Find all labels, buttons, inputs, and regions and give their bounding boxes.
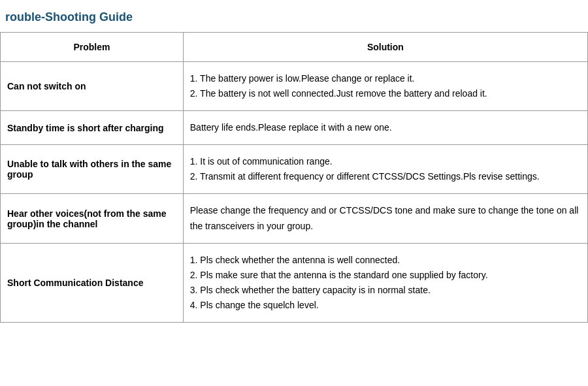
table-row: Short Communication Distance1. Pls check…	[1, 243, 588, 322]
page-container: rouble-Shooting Guide Problem Solution C…	[0, 0, 588, 386]
solution-cell-1: Battery life ends.Please replace it with…	[183, 111, 587, 145]
table-header-row: Problem Solution	[1, 33, 588, 62]
solution-cell-3: Please change the frequency and or CTCSS…	[183, 194, 587, 243]
problem-cell-4: Short Communication Distance	[1, 243, 184, 322]
problem-cell-2: Unable to talk with others in the same g…	[1, 145, 184, 194]
table-row: Unable to talk with others in the same g…	[1, 145, 588, 194]
table-row: Hear other voices(not from the same grou…	[1, 194, 588, 243]
page-title: rouble-Shooting Guide	[0, 7, 588, 29]
solution-cell-4: 1. Pls check whether the antenna is well…	[183, 243, 587, 322]
problem-cell-1: Standby time is short after charging	[1, 111, 184, 145]
problem-cell-3: Hear other voices(not from the same grou…	[1, 194, 184, 243]
table-row: Standby time is short after chargingBatt…	[1, 111, 588, 145]
solution-cell-0: 1. The battery power is low.Please chang…	[183, 62, 587, 111]
solution-text-4: 1. Pls check whether the antenna is well…	[190, 253, 581, 313]
trouble-table: Problem Solution Can not switch on1. The…	[0, 32, 588, 323]
problem-column-header: Problem	[1, 33, 184, 62]
solution-text-1: Battery life ends.Please replace it with…	[190, 120, 581, 135]
problem-cell-0: Can not switch on	[1, 62, 184, 111]
solution-text-2: 1. It is out of communication range.2. T…	[190, 154, 581, 184]
table-row: Can not switch on1. The battery power is…	[1, 62, 588, 111]
solution-column-header: Solution	[183, 33, 587, 62]
solution-text-0: 1. The battery power is low.Please chang…	[190, 71, 581, 101]
solution-cell-2: 1. It is out of communication range.2. T…	[183, 145, 587, 194]
solution-text-3: Please change the frequency and or CTCSS…	[190, 203, 581, 233]
